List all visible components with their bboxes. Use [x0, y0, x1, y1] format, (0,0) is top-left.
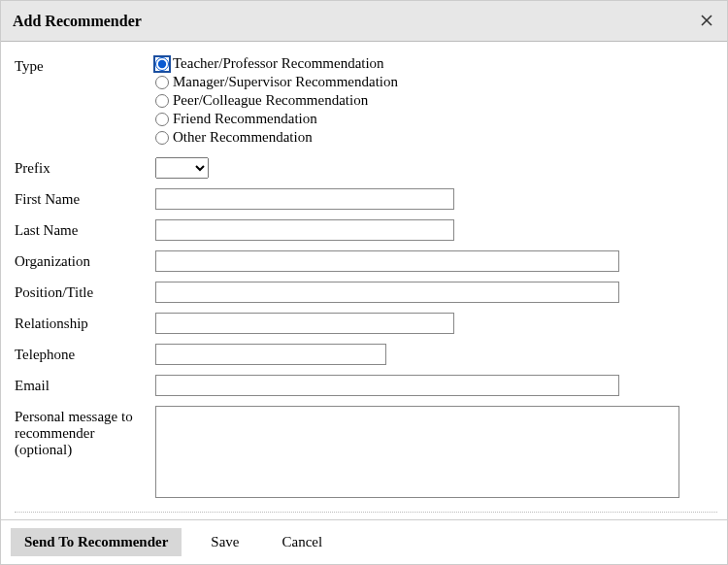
type-option-label: Friend Recommendation: [173, 111, 317, 127]
type-option-label: Other Recommendation: [173, 129, 313, 146]
prefix-label: Prefix: [15, 157, 155, 177]
email-label: Email: [15, 375, 155, 394]
telephone-label: Telephone: [15, 344, 155, 363]
field-prefix: Prefix: [15, 157, 717, 179]
modal-title: Add Recommender: [13, 13, 142, 30]
type-radio-peer[interactable]: [155, 94, 169, 108]
add-recommender-modal: Add Recommender Type Teacher/Professor R…: [0, 0, 728, 565]
relationship-label: Relationship: [15, 313, 155, 332]
field-relationship: Relationship: [15, 313, 717, 334]
send-to-recommender-button[interactable]: Send To Recommender: [11, 528, 182, 556]
last-name-label: Last Name: [15, 219, 155, 239]
field-position: Position/Title: [15, 282, 717, 303]
type-radio-friend[interactable]: [155, 113, 169, 126]
first-name-label: First Name: [15, 188, 155, 208]
prefix-select[interactable]: [155, 157, 209, 179]
organization-input[interactable]: [155, 250, 619, 272]
modal-titlebar: Add Recommender: [1, 1, 727, 42]
type-radio-other[interactable]: [155, 131, 169, 145]
modal-body[interactable]: Type Teacher/Professor Recommendation Ma…: [1, 42, 727, 519]
close-button[interactable]: [696, 11, 717, 32]
telephone-input[interactable]: [155, 344, 386, 365]
position-input[interactable]: [155, 282, 619, 303]
position-label: Position/Title: [15, 282, 155, 301]
type-option-label: Peer/Colleague Recommendation: [173, 92, 368, 109]
type-radio-teacher[interactable]: [155, 57, 169, 71]
field-personal-message: Personal message to recommender (optiona…: [15, 406, 717, 502]
close-icon: [701, 13, 712, 30]
relationship-input[interactable]: [155, 313, 454, 334]
field-type: Type Teacher/Professor Recommendation Ma…: [15, 55, 717, 148]
first-name-input[interactable]: [155, 188, 454, 210]
type-option-other[interactable]: Other Recommendation: [155, 129, 717, 146]
modal-footer: Send To Recommender Save Cancel: [1, 519, 727, 564]
type-option-label: Teacher/Professor Recommendation: [173, 55, 384, 72]
type-label: Type: [15, 55, 155, 75]
message-label: Personal message to recommender (optiona…: [15, 406, 155, 458]
field-email: Email: [15, 375, 717, 396]
save-button[interactable]: Save: [197, 528, 252, 556]
type-options: Teacher/Professor Recommendation Manager…: [155, 55, 717, 148]
type-option-friend[interactable]: Friend Recommendation: [155, 111, 717, 127]
organization-label: Organization: [15, 250, 155, 270]
section-divider: [15, 512, 717, 513]
field-telephone: Telephone: [15, 344, 717, 365]
last-name-input[interactable]: [155, 219, 454, 241]
field-last-name: Last Name: [15, 219, 717, 241]
type-radio-manager[interactable]: [155, 76, 169, 89]
field-first-name: First Name: [15, 188, 717, 210]
field-organization: Organization: [15, 250, 717, 272]
type-option-teacher[interactable]: Teacher/Professor Recommendation: [155, 55, 717, 72]
type-option-label: Manager/Supervisor Recommendation: [173, 74, 398, 90]
message-textarea[interactable]: [155, 406, 679, 498]
type-option-peer[interactable]: Peer/Colleague Recommendation: [155, 92, 717, 109]
cancel-button[interactable]: Cancel: [269, 528, 337, 556]
type-option-manager[interactable]: Manager/Supervisor Recommendation: [155, 74, 717, 90]
email-input[interactable]: [155, 375, 619, 396]
